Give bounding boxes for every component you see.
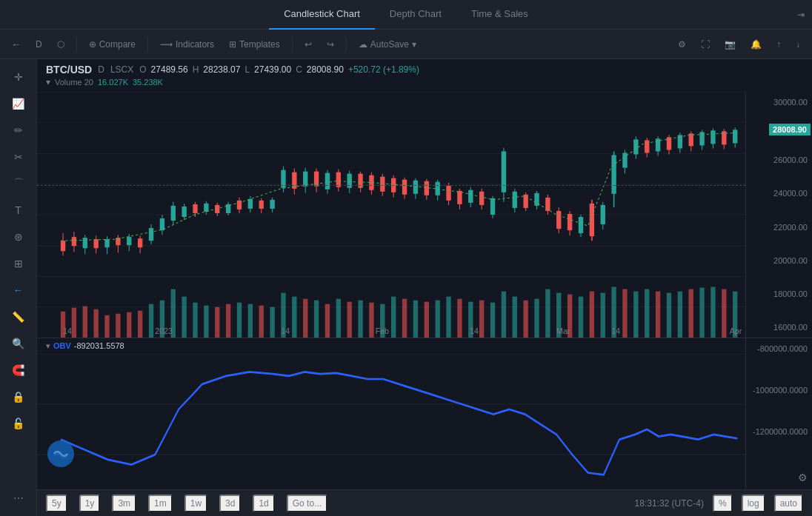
- price-24000: 24000.00: [751, 189, 808, 198]
- svg-rect-9: [72, 308, 76, 338]
- undo-button[interactable]: ↩: [299, 36, 318, 53]
- back-icon: ←: [6, 34, 27, 55]
- log-button[interactable]: log: [742, 495, 765, 512]
- divider-1: [76, 37, 77, 52]
- crosshair-tool[interactable]: ✛: [7, 65, 30, 89]
- svg-rect-181: [667, 137, 671, 150]
- alarm-button[interactable]: 🔔: [745, 36, 768, 53]
- obv-chart[interactable]: ▾ OBV -892031.5578: [37, 338, 745, 489]
- svg-rect-56: [590, 292, 594, 338]
- svg-rect-89: [160, 218, 164, 230]
- more-tools[interactable]: ⋯: [7, 486, 30, 510]
- redo-button[interactable]: ↪: [321, 36, 340, 53]
- svg-rect-29: [292, 297, 296, 338]
- timerange-1y[interactable]: 1y: [79, 495, 101, 512]
- timerange-5y[interactable]: 5y: [46, 495, 67, 512]
- timerange-1m[interactable]: 1m: [148, 495, 173, 512]
- svg-rect-73: [72, 237, 76, 246]
- high-value: 28238.07: [203, 64, 240, 75]
- charts-area: 14 2023 14 Feb 14 Mar 14 Apr ▾ OBV: [37, 92, 745, 489]
- svg-rect-101: [226, 204, 230, 213]
- svg-text:14: 14: [611, 327, 620, 335]
- compare-button[interactable]: ⊕ Compare: [83, 36, 142, 53]
- svg-rect-60: [633, 292, 638, 338]
- back-arrow-tool[interactable]: ←: [7, 278, 30, 302]
- svg-rect-35: [358, 301, 362, 338]
- unlock-tool[interactable]: 🔓: [7, 412, 30, 435]
- magnet-tool[interactable]: 🧲: [7, 358, 30, 382]
- obv-scale-bot: -1200000.0000: [751, 427, 808, 436]
- main-toolbar: ← D ⬡ ⊕ Compare ⟿ Indicators ⊞ Templates…: [0, 30, 812, 59]
- fullscreen-button[interactable]: ⛶: [695, 36, 716, 53]
- ruler-tool[interactable]: 📏: [7, 305, 30, 329]
- templates-button[interactable]: ⊞ Templates: [223, 36, 286, 53]
- svg-text:2023: 2023: [155, 327, 173, 335]
- candlestick-chart[interactable]: 14 2023 14 Feb 14 Mar 14 Apr: [37, 92, 745, 338]
- tab-timesales[interactable]: Time & Sales: [456, 0, 543, 30]
- svg-rect-95: [193, 204, 197, 213]
- svg-rect-109: [270, 200, 274, 209]
- low-value: 27439.00: [254, 64, 291, 75]
- svg-rect-42: [435, 301, 439, 338]
- svg-text:14: 14: [63, 327, 72, 335]
- goto-button[interactable]: Go to...: [287, 495, 327, 512]
- auto-button[interactable]: auto: [774, 495, 803, 512]
- autosave-button[interactable]: ☁ AutoSave ▾: [353, 36, 422, 53]
- svg-rect-83: [127, 237, 131, 245]
- svg-rect-21: [204, 306, 208, 338]
- divider-4: [346, 37, 347, 52]
- svg-text:14: 14: [470, 327, 479, 335]
- tab-depth[interactable]: Depth Chart: [375, 0, 456, 30]
- current-price-badge: 28008.90: [769, 124, 811, 135]
- open-value: 27489.56: [151, 64, 188, 75]
- svg-rect-139: [435, 182, 439, 195]
- price-26000: 26000.00: [751, 155, 808, 164]
- svg-rect-38: [391, 297, 396, 338]
- timerange-3m[interactable]: 3m: [112, 495, 136, 512]
- percent-button[interactable]: %: [713, 495, 733, 512]
- price-18000: 18000.00: [751, 289, 808, 298]
- scissors-tool[interactable]: ✂: [7, 145, 30, 169]
- pencil-tool[interactable]: ✏: [7, 118, 30, 142]
- screenshot-button[interactable]: 📷: [719, 36, 742, 53]
- zoom-tool[interactable]: 🔍: [7, 332, 30, 355]
- svg-rect-15: [138, 311, 142, 338]
- svg-rect-20: [193, 303, 197, 338]
- svg-rect-49: [513, 297, 517, 338]
- svg-rect-179: [656, 138, 660, 151]
- svg-rect-48: [502, 292, 506, 338]
- timerange-3d[interactable]: 3d: [219, 495, 241, 512]
- indicators-button[interactable]: ⟿ Indicators: [154, 36, 220, 53]
- chart-type-button[interactable]: ⬡: [51, 36, 70, 53]
- svg-rect-189: [710, 130, 715, 144]
- svg-rect-24: [237, 303, 242, 338]
- text-tool[interactable]: T: [7, 198, 30, 222]
- svg-rect-25: [248, 304, 253, 338]
- node-tool[interactable]: ⊛: [7, 225, 30, 249]
- svg-rect-43: [446, 297, 450, 338]
- lock-tool[interactable]: 🔒: [7, 385, 30, 409]
- svg-rect-66: [699, 288, 704, 338]
- drawing-toolbar: ✛ 📈 ✏ ✂ ⌒ T ⊛ ⊞ ← 📏 🔍 🧲 🔒 🔓 ⋯: [0, 59, 37, 516]
- trend-line-tool[interactable]: 📈: [7, 92, 30, 115]
- download-button[interactable]: ↓: [790, 36, 806, 53]
- svg-rect-71: [61, 241, 65, 251]
- settings-icon-area[interactable]: ⚙: [751, 469, 808, 483]
- measure-tool[interactable]: ⊞: [7, 252, 30, 275]
- settings-button[interactable]: ⚙: [672, 36, 692, 53]
- tab-candlestick[interactable]: Candlestick Chart: [269, 0, 375, 30]
- timeframe-button[interactable]: D: [30, 36, 48, 53]
- svg-rect-30: [303, 299, 307, 338]
- publish-button[interactable]: ↑: [771, 36, 787, 53]
- svg-rect-10: [83, 306, 87, 338]
- timerange-1w[interactable]: 1w: [184, 495, 207, 512]
- timerange-1d[interactable]: 1d: [253, 495, 274, 512]
- svg-rect-133: [402, 180, 407, 195]
- svg-rect-46: [479, 301, 484, 338]
- right-scale: 30000.00 28008.90 26000.00 24000.00 2200…: [745, 92, 812, 489]
- curve-tool[interactable]: ⌒: [7, 172, 30, 195]
- svg-rect-145: [468, 190, 473, 203]
- panel-collapse-btn[interactable]: ⇥: [797, 0, 805, 30]
- svg-rect-12: [104, 315, 109, 338]
- svg-rect-31: [314, 301, 319, 338]
